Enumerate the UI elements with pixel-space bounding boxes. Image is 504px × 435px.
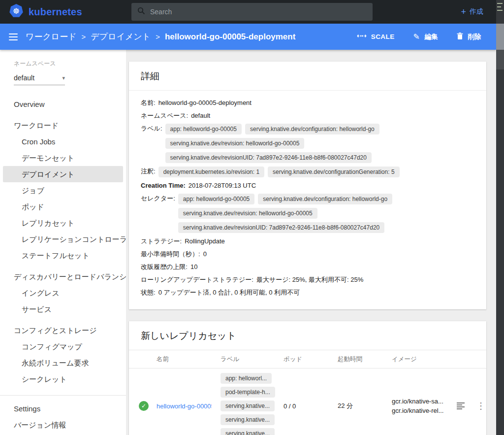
- detail-row-min-ready: 最小準備時間（秒）: 0: [141, 249, 474, 259]
- detail-label: 最小準備時間（秒）:: [141, 249, 200, 259]
- replicaset-name-link[interactable]: helloworld-go-00005-deployment: [157, 402, 212, 410]
- column-images: イメージ: [392, 355, 457, 364]
- selector-chip: app: helloworld-go-00005: [178, 194, 254, 204]
- column-labels: ラベル: [220, 355, 284, 364]
- column-age: 起動時間: [338, 355, 392, 364]
- sidebar-item-discovery-load-balancing[interactable]: ディスカバリーとロードバランシング: [0, 268, 126, 285]
- hamburger-menu-icon[interactable]: [0, 32, 26, 42]
- detail-row-annotations: 注釈: deployment.kubernetes.io/revision: 1…: [141, 167, 474, 177]
- detail-label: ネームスペース:: [141, 111, 188, 120]
- detail-value: default: [191, 111, 210, 120]
- age-cell: 22 分: [338, 402, 392, 410]
- sidebar-item-config-storage[interactable]: コンフィグとストレージ: [0, 322, 126, 338]
- sidebar-item-stateful-sets[interactable]: ステートフルセット: [0, 247, 126, 264]
- detail-row-revision-limit: 改版履歴の上限: 10: [141, 262, 474, 271]
- image-value: gcr.io/knative-rel...: [392, 406, 455, 415]
- detail-value: helloworld-go-00005-deployment: [158, 98, 252, 107]
- scale-icon: [357, 33, 367, 40]
- annotations-chip-list: deployment.kubernetes.io/revision: 1 ser…: [158, 167, 400, 177]
- breadcrumb-separator: >: [156, 33, 160, 41]
- sidebar-item-pods[interactable]: ポッド: [0, 199, 126, 215]
- scale-button[interactable]: SCALE: [357, 33, 395, 40]
- detail-label: ラベル:: [141, 124, 162, 133]
- label-chip: serving.knative...: [220, 428, 275, 435]
- sidebar-item-workloads[interactable]: ワークロード: [0, 117, 126, 134]
- detail-row-rolling-update: ローリングアップデートストラテジー: 最大サージ: 25%, 最大利用不可: 2…: [141, 275, 474, 284]
- edit-button-label: 編集: [424, 33, 438, 41]
- sidebar-divider: [0, 395, 126, 396]
- sidebar-item-jobs[interactable]: ジョブ: [0, 182, 126, 199]
- pencil-icon: ✎: [413, 32, 420, 41]
- namespace-value: default: [14, 74, 34, 82]
- search-input[interactable]: [150, 8, 367, 16]
- breadcrumb: ワークロード > デプロイメント > helloworld-go-00005-d…: [26, 31, 295, 42]
- chevron-down-icon: ▾: [62, 75, 65, 81]
- sidebar-item-daemon-sets[interactable]: デーモンセット: [0, 150, 126, 166]
- pods-cell: 0 / 0: [284, 402, 338, 410]
- sidebar-item-services[interactable]: サービス: [0, 301, 126, 317]
- edit-button[interactable]: ✎ 編集: [413, 32, 439, 41]
- label-chip: serving.knative...: [220, 414, 275, 425]
- detail-row-strategy: ストラテジー: RollingUpdate: [141, 236, 474, 246]
- detail-value: 最大サージ: 25%, 最大利用不可: 25%: [256, 275, 363, 284]
- logs-icon[interactable]: [457, 402, 466, 409]
- namespace-select[interactable]: default ▾: [14, 74, 65, 85]
- sidebar-item-overview[interactable]: Overview: [0, 96, 126, 112]
- status-ok-icon: ✓: [139, 401, 149, 411]
- label-chip: serving.knative...: [220, 401, 275, 411]
- details-card: 詳細 名前: helloworld-go-00005-deployment ネー…: [129, 62, 486, 309]
- actions-cell: ⋮: [457, 402, 494, 410]
- brand[interactable]: ☸ kubernetes: [0, 3, 131, 20]
- sidebar-item-replication-controllers[interactable]: レプリケーションコントローラ: [0, 231, 126, 247]
- sidebar-item-secrets[interactable]: シークレット: [0, 371, 126, 387]
- detail-label: Creation Time:: [141, 181, 186, 190]
- search-icon: [137, 7, 145, 17]
- label-chip: pod-template-h...: [220, 387, 275, 398]
- kubernetes-logo-icon: ☸: [9, 3, 24, 20]
- images-cell: gcr.io/knative-sa... gcr.io/knative-rel.…: [392, 397, 457, 415]
- sidebar-item-persistent-volume-claims[interactable]: 永続ボリューム要求: [0, 355, 126, 371]
- top-header: ☸ kubernetes + 作成: [0, 0, 496, 24]
- image-value: gcr.io/knative-sa...: [392, 397, 455, 406]
- create-button[interactable]: + 作成: [457, 4, 487, 19]
- brand-name: kubernetes: [29, 6, 82, 18]
- status-cell: ✓: [129, 401, 157, 411]
- search-box[interactable]: [131, 3, 373, 21]
- action-bar: ワークロード > デプロイメント > helloworld-go-00005-d…: [0, 24, 496, 50]
- sidebar-item-deployments[interactable]: デプロイメント: [3, 166, 123, 182]
- detail-label: 名前:: [141, 98, 156, 107]
- label-chip: app: helloworld-go-00005: [165, 124, 242, 134]
- label-chip: app: helloworl...: [220, 373, 272, 384]
- detail-label: 改版履歴の上限:: [141, 262, 188, 271]
- svg-text:☸: ☸: [13, 7, 20, 15]
- detail-row-status: 状態: 0 アップデート済, 0 合計, 0 利用可能, 0 利用不可: [141, 288, 474, 297]
- replicaset-table-header: 名前 ラベル ポッド 起動時間 イメージ: [129, 350, 486, 368]
- sidebar-item-cron-jobs[interactable]: Cron Jobs: [0, 134, 126, 150]
- label-chip: serving.knative.dev/configuration: hello…: [245, 124, 379, 134]
- breadcrumb-workloads[interactable]: ワークロード: [26, 31, 77, 42]
- selector-chip: serving.knative.dev/revision: helloworld…: [178, 208, 317, 219]
- replicaset-card-title: 新しいレプリカセット: [129, 321, 486, 350]
- sidebar-item-config-maps[interactable]: コンフィグマップ: [0, 338, 126, 355]
- delete-button[interactable]: 削除: [457, 33, 481, 41]
- selector-chip: serving.knative.dev/revisionUID: 7ad897e…: [178, 222, 384, 233]
- sidebar-item-settings[interactable]: Settings: [0, 401, 126, 417]
- details-card-title: 詳細: [129, 62, 486, 91]
- label-chip: serving.knative.dev/revision: helloworld…: [165, 138, 305, 149]
- labels-cell: app: helloworl... pod-template-h... serv…: [220, 373, 284, 435]
- kebab-menu-icon[interactable]: ⋮: [476, 402, 485, 410]
- detail-value: 0 アップデート済, 0 合計, 0 利用可能, 0 利用不可: [158, 288, 300, 297]
- sidebar-item-replica-sets[interactable]: レプリカセット: [0, 215, 126, 231]
- trash-icon: [457, 33, 463, 41]
- detail-row-namespace: ネームスペース: default: [141, 111, 474, 120]
- detail-value: 10: [190, 262, 197, 271]
- sidebar-nav: Overview ワークロード Cron Jobs デーモンセット デプロイメン…: [0, 96, 126, 433]
- detail-label: 注釈:: [141, 167, 156, 176]
- breadcrumb-deployments[interactable]: デプロイメント: [91, 31, 151, 42]
- annotation-chip: serving.knative.dev/configurationGenerat…: [268, 167, 399, 177]
- annotation-chip: deployment.kubernetes.io/revision: 1: [158, 167, 264, 177]
- sidebar-item-about[interactable]: バージョン情報: [0, 417, 126, 433]
- sidebar-item-ingresses[interactable]: イングレス: [0, 285, 126, 301]
- delete-button-label: 削除: [468, 33, 481, 41]
- selector-chip-list: app: helloworld-go-00005 serving.knative…: [178, 194, 474, 233]
